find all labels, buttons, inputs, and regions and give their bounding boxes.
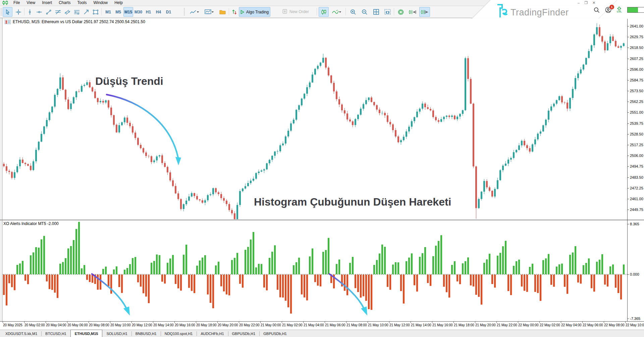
algo-trading-button[interactable]: Algo Trading	[239, 7, 270, 17]
price-axis-label: 2517.25	[630, 143, 643, 147]
tab-gbpusd-1[interactable]: GBPUSDb,H1	[228, 330, 260, 337]
chart-shift-button[interactable]	[407, 7, 418, 17]
toolbar-drag-handle[interactable]	[184, 8, 185, 15]
candlestick-mode-button[interactable]	[319, 7, 329, 17]
annotation-histogram: Histogram Çubuğunun Düşen Hareketi	[254, 196, 451, 208]
time-axis-tick	[239, 322, 239, 323]
price-axis-label: 2461.00	[630, 197, 643, 201]
time-axis-tick	[368, 322, 368, 323]
time-axis-label: 21 May 20:00	[475, 323, 496, 327]
price-axis-label: 2562.25	[630, 100, 643, 104]
time-axis-label: 22 May 10:00	[626, 323, 644, 327]
settings-gear-button[interactable]	[396, 7, 406, 17]
price-axis-label: 2449.75	[630, 208, 643, 212]
time-axis-tick	[346, 322, 346, 323]
zoom-out-button[interactable]	[360, 7, 370, 17]
tab-bnbusd[interactable]: BNBUSD,H1	[131, 330, 161, 337]
indicator-window-button[interactable]	[203, 7, 216, 17]
horizontal-line-tool-button[interactable]	[35, 7, 44, 17]
time-axis-label: 21 May 06:00	[325, 323, 345, 327]
tab-ndq100[interactable]: NDQ100.spot,H1	[161, 330, 197, 337]
time-axis-tick	[411, 322, 411, 323]
timeframe-m15-button[interactable]: M15	[123, 7, 133, 17]
profiles-folder-button[interactable]	[217, 7, 227, 17]
tradingfinder-watermark: TradingFinder	[496, 3, 569, 18]
time-axis-label: 22 May 06:00	[583, 323, 603, 327]
menu-charts[interactable]: Charts	[55, 0, 74, 6]
time-axis[interactable]: 20 May 202520 May 02:0020 May 04:0020 Ma…	[0, 322, 644, 330]
cursor-tool-button[interactable]	[3, 7, 12, 17]
screenshot-button[interactable]	[382, 7, 392, 17]
price-chart-canvas[interactable]	[3, 18, 627, 220]
time-axis-tick	[389, 322, 389, 323]
tile-windows-button[interactable]	[371, 7, 381, 17]
time-axis-label: 20 May 16:00	[175, 323, 195, 327]
time-axis-label: 21 May 02:00	[282, 323, 303, 327]
time-axis-label: 20 May 22:00	[239, 323, 260, 327]
time-axis-tick	[24, 322, 24, 323]
toolbar-separator	[24, 8, 24, 15]
channel-tool-button[interactable]	[63, 7, 72, 17]
new-order-button[interactable]: New Order	[282, 7, 313, 16]
menu-view[interactable]: View	[23, 0, 39, 6]
shapes-tool-button[interactable]	[91, 7, 100, 17]
price-axis-label: 2618.50	[630, 46, 643, 50]
menu-file[interactable]: File	[10, 0, 23, 6]
indicator-axis-label: 0.000	[630, 272, 639, 276]
search-icon[interactable]	[594, 7, 600, 13]
panel-separator[interactable]	[0, 220, 644, 220]
time-axis-label: 20 May 12:00	[132, 323, 152, 327]
zoom-in-button[interactable]	[348, 7, 358, 17]
arrow-tool-button[interactable]	[82, 7, 91, 17]
time-axis-tick	[89, 322, 89, 323]
tab-xdgusdt[interactable]: XDGUSDT.S.kk,M1	[1, 330, 41, 337]
time-axis-tick	[475, 322, 475, 323]
indicator-histogram-canvas[interactable]	[3, 220, 627, 321]
price-axis[interactable]: 2641.002629.752618.502607.252596.002584.…	[627, 18, 644, 321]
tab-gbpusd-2[interactable]: GBPUSDb,H1	[259, 330, 291, 337]
timeframe-m30-button[interactable]: M30	[133, 7, 143, 17]
indicator-axis-label: -7.365	[630, 317, 640, 321]
menu-window[interactable]: Window	[90, 0, 111, 6]
timeframe-h4-button[interactable]: H4	[154, 7, 163, 17]
auto-scroll-button[interactable]	[419, 7, 430, 17]
vertical-line-tool-button[interactable]	[25, 7, 34, 17]
tab-audchf[interactable]: AUDCHFb,H1	[197, 330, 228, 337]
price-axis-label: 2551.00	[630, 110, 643, 114]
restore-button[interactable]: ❐	[584, 1, 588, 5]
timeframe-d1-button[interactable]: D1	[164, 7, 173, 17]
watermark-text: TradingFinder	[511, 7, 569, 18]
equidistant-lines-tool-button[interactable]	[72, 7, 81, 17]
algo-trading-label: Algo Trading	[246, 10, 269, 14]
chart-title-icon	[5, 20, 11, 24]
play-icon	[240, 10, 244, 14]
toolbar-drag-handle[interactable]	[1, 8, 2, 15]
close-button[interactable]: ✕	[592, 1, 595, 5]
time-axis-tick	[625, 322, 626, 323]
menu-tools[interactable]: Tools	[74, 0, 90, 6]
tab-btcusd[interactable]: BTCUSD,H1	[41, 330, 70, 337]
tab-ethusd[interactable]: ETHUSD,M15	[70, 330, 103, 337]
tab-solusd[interactable]: SOLUSD,H1	[102, 330, 131, 337]
price-axis-label: 2539.75	[630, 121, 643, 125]
time-axis-label: 20 May 02:00	[24, 323, 45, 327]
time-axis-label: 20 May 08:00	[89, 323, 109, 327]
timeframe-m1-button[interactable]: M1	[103, 7, 113, 17]
trendline-tool-button[interactable]	[44, 7, 53, 17]
chart-type-button[interactable]	[188, 7, 201, 17]
indicators-list-button[interactable]	[330, 7, 343, 17]
toolbar-separator	[345, 8, 346, 15]
price-axis-label: 2528.50	[630, 132, 643, 136]
minimize-button[interactable]: –	[578, 1, 580, 5]
time-axis-label: 21 May 08:00	[346, 323, 367, 327]
menu-help[interactable]: Help	[111, 0, 126, 6]
fibonacci-tool-button[interactable]	[54, 7, 62, 17]
bid-ask-arrows-button[interactable]	[230, 7, 239, 17]
profile-icon[interactable]: 1	[605, 7, 611, 13]
time-axis-tick	[432, 322, 432, 323]
timeframe-m5-button[interactable]: M5	[113, 7, 123, 17]
crosshair-tool-button[interactable]	[13, 7, 23, 17]
menu-insert[interactable]: Insert	[39, 0, 55, 6]
timeframe-h1-button[interactable]: H1	[144, 7, 153, 17]
time-axis-label: 20 May 2025	[3, 323, 22, 327]
